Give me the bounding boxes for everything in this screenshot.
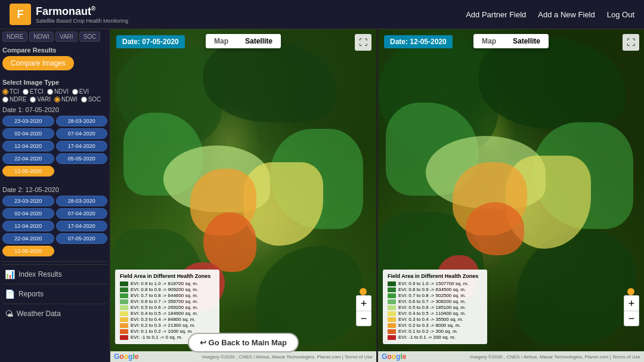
legend-row: EVI: 0.8 to 0.9 -> 909200 sq. m. bbox=[120, 287, 215, 292]
date2-chip-9[interactable]: 12-05-2020 bbox=[2, 246, 54, 256]
sidebar-index-results[interactable]: 📊 Index Results bbox=[2, 264, 107, 284]
weather-label: Weather Data bbox=[17, 310, 61, 318]
date2-grid: 23-03-2020 28-03-2020 02-04-2020 07-04-2… bbox=[2, 196, 107, 256]
radio-ndwi[interactable]: NDWI bbox=[54, 96, 78, 103]
header-nav: Add Partner Field Add a New Field Log Ou… bbox=[466, 10, 634, 19]
chart-icon: 📊 bbox=[5, 270, 15, 279]
legend-row: EVI: 0.2 to 0.3 -> 21300 sq. m. bbox=[120, 323, 215, 328]
app-name: Farmonaut® bbox=[36, 5, 128, 18]
date1-chip-5[interactable]: 12-04-2020 bbox=[2, 141, 54, 151]
radio-tci[interactable]: TCI bbox=[2, 88, 19, 95]
legend-row: EVI: 0.8 to 0.9 -> 634500 sq. m. bbox=[388, 287, 482, 292]
tab-vari[interactable]: VARI bbox=[55, 32, 78, 42]
right-imagery-text: Imagery ©2020 , CNES / Airbus, Maxar Tec… bbox=[470, 354, 640, 360]
radio-vari[interactable]: VARI bbox=[30, 96, 51, 103]
left-google-logo: Google bbox=[114, 352, 138, 361]
legend-row: EVI: -1 to 0.1 -> 200 sq. m. bbox=[388, 335, 482, 340]
radio-ndre[interactable]: NDRE bbox=[2, 96, 26, 103]
header: F Farmonaut® Satellite Based Crop Health… bbox=[0, 0, 644, 29]
right-map-toggle: Map Satellite bbox=[473, 34, 549, 48]
tab-ndwi[interactable]: NDWI bbox=[29, 32, 54, 42]
sidebar-reports[interactable]: 📄 Reports bbox=[2, 284, 107, 304]
tab-soc[interactable]: SOC bbox=[79, 32, 101, 42]
date1-chip-3[interactable]: 02-04-2020 bbox=[2, 128, 54, 139]
select-image-type-label: Select Image Type bbox=[2, 79, 107, 86]
legend-row: EVI: 0.9 to 1.0 -> 818700 sq. m. bbox=[120, 281, 215, 286]
date2-chip-3[interactable]: 02-04-2020 bbox=[2, 208, 54, 219]
left-legend-title: Field Area in Different Health Zones bbox=[120, 273, 215, 279]
sidebar: NDRE NDWI VARI SOC Compare Results Compa… bbox=[0, 29, 110, 362]
app-subtitle: Satellite Based Crop Health Monitoring bbox=[36, 18, 128, 24]
radio-soc[interactable]: SOC bbox=[81, 96, 101, 103]
right-fullscreen-button[interactable]: ⛶ bbox=[623, 34, 639, 51]
left-map-toggle: Map Satellite bbox=[206, 34, 281, 48]
logout-link[interactable]: Log Out bbox=[607, 10, 634, 19]
right-google-logo: Google bbox=[382, 352, 406, 361]
go-back-button[interactable]: ↩ Go Back to Main Map bbox=[188, 333, 299, 352]
date2-chip-6[interactable]: 17-04-2020 bbox=[56, 221, 108, 231]
radio-ndvi[interactable]: NDVI bbox=[47, 88, 69, 95]
date1-grid: 23-03-2020 28-03-2020 02-04-2020 07-04-2… bbox=[2, 116, 107, 177]
date2-label: Date 2: 12-05-2020 bbox=[2, 186, 107, 193]
date1-chip-9[interactable]: 12-05-2020 bbox=[2, 166, 54, 177]
date2-chip-4[interactable]: 07-04-2020 bbox=[56, 208, 108, 219]
legend-row: EVI: 0.7 to 0.8 -> 644600 sq. m. bbox=[120, 293, 215, 298]
weather-icon: 🌤 bbox=[5, 309, 13, 318]
main-layout: NDRE NDWI VARI SOC Compare Results Compa… bbox=[0, 29, 644, 362]
right-zoom-controls: + − bbox=[624, 295, 639, 326]
radio-evi[interactable]: EVI bbox=[72, 88, 89, 95]
date1-chip-1[interactable]: 23-03-2020 bbox=[2, 116, 54, 126]
left-zoom-in-button[interactable]: + bbox=[356, 295, 371, 311]
right-satellite-btn[interactable]: Satellite bbox=[504, 34, 549, 48]
image-type-section: TCI ETCI NDVI EVI NDRE VARI NDWI SOC bbox=[2, 88, 107, 103]
logo-icon: F bbox=[10, 4, 31, 25]
right-legend: Field Area in Different Health Zones EVI… bbox=[383, 270, 487, 344]
sidebar-weather[interactable]: 🌤 Weather Data bbox=[2, 304, 107, 323]
report-icon: 📄 bbox=[5, 289, 15, 299]
logo-text: Farmonaut® Satellite Based Crop Health M… bbox=[36, 5, 128, 24]
radio-etci[interactable]: ETCI bbox=[23, 88, 44, 95]
date1-chip-8[interactable]: 05-05-2020 bbox=[56, 153, 108, 164]
right-legend-title: Field Area in Different Health Zones bbox=[388, 273, 482, 279]
index-tabs: NDRE NDWI VARI SOC bbox=[2, 32, 107, 42]
legend-row: EVI: 0.9 to 1.0 -> 1507700 sq. m. bbox=[388, 281, 482, 286]
svg-point-0 bbox=[360, 288, 367, 295]
compare-images-button[interactable]: Compare Images bbox=[2, 56, 74, 70]
date1-chip-7[interactable]: 22-04-2020 bbox=[2, 153, 54, 164]
left-imagery-text: Imagery ©2020 , CNES / Airbus, Maxar Tec… bbox=[202, 354, 373, 360]
legend-row: EVI: 0.4 to 0.5 -> 184900 sq. m. bbox=[120, 311, 215, 316]
legend-row: EVI: 0.7 to 0.8 -> 502500 sq. m. bbox=[388, 293, 482, 298]
left-satellite-btn[interactable]: Satellite bbox=[237, 34, 281, 48]
add-partner-field-link[interactable]: Add Partner Field bbox=[466, 10, 526, 19]
legend-row: EVI: 0.6 to 0.7 -> 306200 sq. m. bbox=[388, 299, 482, 304]
date2-chip-7[interactable]: 22-04-2020 bbox=[2, 233, 54, 244]
left-map-panel: Map Satellite Date: 07-05-2020 ⛶ Field A… bbox=[110, 29, 376, 362]
right-zoom-in-button[interactable]: + bbox=[624, 295, 639, 311]
legend-row: EVI: 0.2 to 0.3 -> 8000 sq. m. bbox=[388, 323, 482, 328]
add-new-field-link[interactable]: Add a New Field bbox=[538, 10, 595, 19]
date1-chip-4[interactable]: 07-04-2020 bbox=[56, 128, 108, 139]
date1-chip-6[interactable]: 17-04-2020 bbox=[56, 141, 108, 151]
date2-chip-8[interactable]: 07-05-2020 bbox=[56, 233, 108, 244]
legend-row: EVI: 0.5 to 0.6 -> 269200 sq. m. bbox=[120, 305, 215, 310]
left-zoom-out-button[interactable]: − bbox=[356, 311, 371, 326]
tab-ndre[interactable]: NDRE bbox=[2, 32, 27, 42]
date2-chip-5[interactable]: 12-04-2020 bbox=[2, 221, 54, 231]
index-results-label: Index Results bbox=[18, 270, 62, 279]
left-map-btn[interactable]: Map bbox=[206, 34, 237, 48]
right-map-btn[interactable]: Map bbox=[473, 34, 504, 48]
date1-chip-2[interactable]: 28-03-2020 bbox=[56, 116, 108, 126]
legend-row: EVI: 0.1 to 0.2 -> 300 sq. m. bbox=[388, 329, 482, 334]
map-area: Map Satellite Date: 07-05-2020 ⛶ Field A… bbox=[110, 29, 644, 362]
date1-label: Date 1: 07-05-2020 bbox=[2, 106, 107, 113]
right-zoom-out-button[interactable]: − bbox=[624, 311, 639, 326]
date2-chip-1[interactable]: 23-03-2020 bbox=[2, 196, 54, 206]
left-fullscreen-button[interactable]: ⛶ bbox=[355, 34, 371, 51]
left-map-footer: Google Imagery ©2020 , CNES / Airbus, Ma… bbox=[110, 351, 376, 362]
logo-area: F Farmonaut® Satellite Based Crop Health… bbox=[10, 4, 128, 25]
right-map-panel: Map Satellite Date: 12-05-2020 ⛶ Field A… bbox=[376, 29, 644, 362]
legend-row: EVI: 0.3 to 0.4 -> 84800 sq. m. bbox=[120, 317, 215, 322]
date2-chip-2[interactable]: 28-03-2020 bbox=[56, 196, 108, 206]
legend-row: EVI: 0.6 to 0.7 -> 356700 sq. m. bbox=[120, 299, 215, 304]
legend-row: EVI: 0.5 to 0.6 -> 185100 sq. m. bbox=[388, 305, 482, 310]
